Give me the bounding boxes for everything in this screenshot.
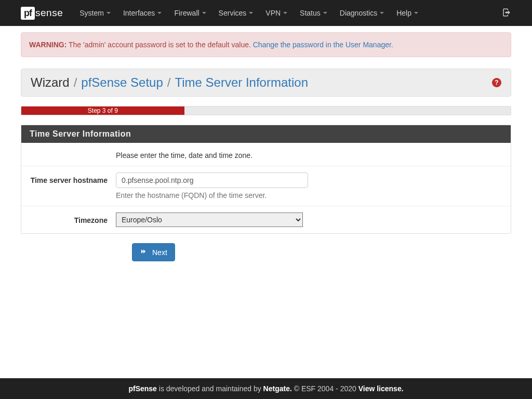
panel-title: Time Server Information [21, 125, 511, 143]
breadcrumb-root: Wizard [31, 75, 70, 90]
footer-mid: is developed and maintained by [157, 384, 263, 393]
nav-item-firewall[interactable]: Firewall [168, 1, 212, 25]
help-icon[interactable]: ? [492, 78, 501, 87]
timezone-select[interactable]: Europe/Oslo [116, 212, 303, 227]
instruction-row: Please enter the time, date and time zon… [21, 143, 511, 166]
hostname-row: Time server hostname Enter the hostname … [21, 166, 511, 206]
chevron-down-icon [202, 12, 206, 14]
nav-item-interfaces[interactable]: Interfaces [117, 1, 168, 25]
logout-icon[interactable] [502, 8, 511, 19]
breadcrumb-mid-link[interactable]: pfSense Setup [81, 75, 163, 90]
chevron-down-icon [414, 12, 418, 14]
nav-item-status[interactable]: Status [294, 1, 334, 25]
footer-brand: pfSense [128, 384, 156, 393]
button-row: Next [21, 243, 511, 261]
hostname-label: Time server hostname [30, 172, 116, 185]
breadcrumb-panel: Wizard / pfSense Setup / Time Server Inf… [21, 69, 511, 97]
next-button[interactable]: Next [132, 243, 175, 261]
breadcrumb: Wizard / pfSense Setup / Time Server Inf… [31, 75, 308, 90]
warning-text: The 'admin' account password is set to t… [66, 41, 252, 49]
time-server-hostname-input[interactable] [116, 172, 308, 188]
chevron-down-icon [283, 12, 287, 14]
breadcrumb-leaf-link[interactable]: Time Server Information [175, 75, 308, 90]
warning-prefix: WARNING: [29, 41, 66, 49]
footer-copyright: © ESF 2004 - 2020 [292, 384, 358, 393]
time-server-panel: Time Server Information Please enter the… [21, 125, 511, 234]
double-chevron-right-icon [140, 248, 147, 257]
nav-item-system[interactable]: System [73, 1, 117, 25]
brand-logo[interactable]: pf sense [21, 7, 63, 20]
chevron-down-icon [249, 12, 253, 14]
timezone-row: Timezone Europe/Oslo [21, 206, 511, 233]
breadcrumb-sep: / [167, 75, 171, 90]
nav-item-vpn[interactable]: VPN [259, 1, 294, 25]
chevron-down-icon [107, 12, 111, 14]
chevron-down-icon [157, 12, 162, 14]
wizard-progress: Step 3 of 9 [21, 106, 511, 115]
nav-item-services[interactable]: Services [212, 1, 260, 25]
panel-instruction: Please enter the time, date and time zon… [116, 149, 502, 159]
wizard-progress-bar: Step 3 of 9 [21, 107, 184, 115]
warning-alert: WARNING: The 'admin' account password is… [21, 32, 511, 57]
nav-item-help[interactable]: Help [390, 1, 424, 25]
brand-logo-text: sense [35, 7, 63, 19]
footer-netgate-link[interactable]: Netgate. [263, 384, 292, 393]
nav-menu: System Interfaces Firewall Services VPN … [73, 1, 502, 25]
breadcrumb-sep: / [74, 75, 77, 90]
chevron-down-icon [380, 12, 384, 14]
timezone-label: Timezone [30, 212, 116, 225]
next-button-label: Next [152, 248, 167, 257]
chevron-down-icon [323, 12, 327, 14]
nav-item-diagnostics[interactable]: Diagnostics [334, 1, 390, 25]
footer: pfSense is developed and maintained by N… [0, 378, 532, 399]
top-navbar: pf sense System Interfaces Firewall Serv… [0, 0, 532, 26]
brand-logo-short: pf [21, 7, 35, 20]
change-password-link[interactable]: Change the password in the User Manager. [253, 41, 393, 49]
footer-license-link[interactable]: View license. [358, 384, 404, 393]
hostname-help: Enter the hostname (FQDN) of the time se… [116, 191, 502, 200]
